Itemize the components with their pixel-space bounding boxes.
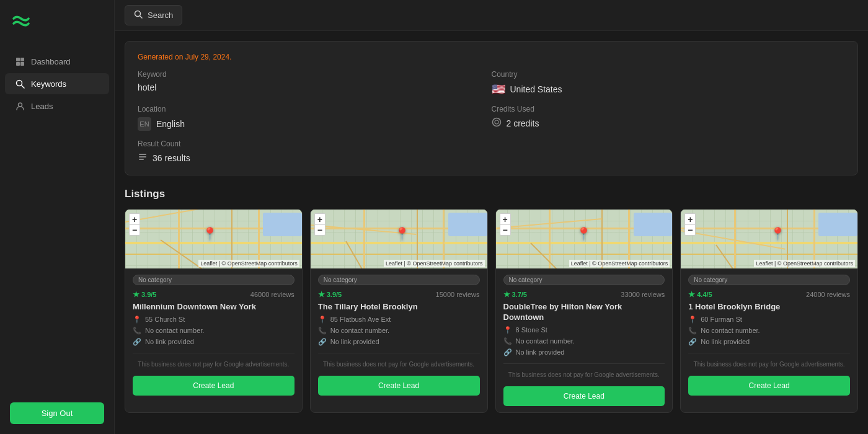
create-lead-button-2[interactable]: Create Lead: [318, 376, 480, 396]
location-label: Location: [138, 105, 492, 113]
generated-label: Generated on July 29, 2024.: [138, 53, 845, 61]
card-ad-notice-2: This business does not pay for Google ad…: [318, 360, 480, 369]
svg-rect-12: [139, 156, 146, 157]
svg-rect-2: [16, 62, 20, 66]
card-body-1: No category ★ 3.9/5 46000 reviews Millen…: [125, 268, 302, 412]
country-label: Country: [492, 70, 846, 79]
card-name-4: 1 Hotel Brooklyn Bridge: [688, 302, 850, 312]
result-count-value: 36 results: [138, 152, 492, 164]
sign-out-button[interactable]: Sign Out: [10, 402, 104, 424]
card-address-4: 📍 60 Furman St: [688, 316, 850, 324]
card-divider-1: [133, 353, 294, 353]
reviews-count-2: 15000 reviews: [436, 291, 480, 298]
search-button[interactable]: Search: [125, 5, 182, 25]
country-field: Country 🇺🇸 United States: [492, 70, 846, 96]
map-zoom-out-1[interactable]: −: [129, 224, 140, 236]
address-icon-3: 📍: [503, 326, 512, 334]
credits-label: Credits Used: [492, 105, 846, 113]
card-ad-notice-3: This business does not pay for Google ad…: [503, 371, 665, 379]
map-area-2: 📍 + − Leaflet | © OpenStreetMap contribu…: [311, 210, 487, 268]
keyword-label: Keyword: [138, 70, 492, 79]
card-name-2: The Tillary Hotel Brooklyn: [318, 302, 480, 312]
create-lead-button-3[interactable]: Create Lead: [503, 386, 665, 406]
svg-rect-13: [139, 159, 144, 160]
card-rating-1: ★ 3.9/5 46000 reviews: [133, 290, 294, 299]
card-divider-4: [688, 353, 850, 353]
phone-icon-3: 📞: [503, 337, 512, 345]
reviews-count-4: 24000 reviews: [806, 291, 850, 298]
rating-value-3: 3.7/5: [512, 291, 527, 298]
card-badge-3: No category: [503, 275, 665, 285]
keyword-value: hotel: [138, 82, 492, 92]
star-icon-2: ★: [318, 290, 325, 299]
results-icon: [138, 152, 148, 164]
svg-point-9: [492, 118, 500, 126]
country-value: 🇺🇸 United States: [492, 82, 846, 96]
star-icon-1: ★: [133, 290, 140, 299]
reviews-count-3: 33000 reviews: [621, 291, 665, 298]
map-zoom-1: + −: [129, 213, 140, 236]
link-icon-2: 🔗: [318, 338, 327, 346]
listing-card-1: 📍 + − Leaflet | © OpenStreetMap contribu…: [125, 209, 303, 413]
svg-point-6: [18, 103, 22, 107]
location-field: Location EN English: [138, 105, 492, 131]
logo-area: [0, 0, 114, 45]
phone-icon-2: 📞: [318, 327, 327, 335]
star-icon-3: ★: [503, 290, 510, 299]
card-link-4: 🔗 No link provided: [688, 338, 850, 346]
map-attribution-3: Leaflet | © OpenStreetMap contributors: [569, 260, 670, 267]
card-phone-3: 📞 No contact number.: [503, 337, 665, 345]
keywords-icon: [15, 79, 25, 89]
keyword-field: Keyword hotel: [138, 70, 492, 96]
rating-value-2: 3.9/5: [327, 291, 342, 298]
listings-grid: 📍 + − Leaflet | © OpenStreetMap contribu…: [125, 209, 858, 413]
card-address-1: 📍 55 Church St: [133, 316, 294, 324]
map-zoom-4: + −: [684, 213, 696, 236]
address-icon-4: 📍: [688, 316, 697, 324]
card-name-1: Millennium Downtown New York: [133, 302, 294, 312]
content-area: Generated on July 29, 2024. Keyword hote…: [115, 31, 868, 434]
address-icon-2: 📍: [318, 316, 327, 324]
link-icon-4: 🔗: [688, 338, 697, 346]
create-lead-button-4[interactable]: Create Lead: [688, 376, 850, 396]
phone-icon-1: 📞: [133, 327, 141, 335]
address-icon-1: 📍: [133, 316, 141, 324]
map-pin-4: 📍: [770, 226, 786, 241]
map-area-1: 📍 + − Leaflet | © OpenStreetMap contribu…: [125, 210, 302, 268]
sidebar-item-label-leads: Leads: [31, 102, 53, 111]
main-content: Search Generated on July 29, 2024. Keywo…: [115, 0, 868, 434]
map-zoom-out-3[interactable]: −: [500, 224, 511, 236]
card-phone-1: 📞 No contact number.: [133, 327, 294, 335]
svg-point-10: [495, 120, 498, 124]
sidebar-item-leads[interactable]: Leads: [5, 95, 109, 117]
svg-rect-0: [16, 58, 20, 61]
reviews-count-1: 46000 reviews: [250, 291, 294, 298]
link-icon-3: 🔗: [503, 348, 512, 356]
card-body-2: No category ★ 3.9/5 15000 reviews The Ti…: [311, 268, 487, 412]
card-rating-2: ★ 3.9/5 15000 reviews: [318, 290, 480, 299]
credits-value: 2 credits: [492, 117, 846, 129]
dashboard-icon: [15, 56, 25, 66]
map-zoom-in-2[interactable]: +: [314, 213, 326, 224]
location-icon: EN: [138, 117, 151, 131]
card-link-2: 🔗 No link provided: [318, 338, 480, 346]
card-divider-3: [503, 363, 665, 364]
map-zoom-in-3[interactable]: +: [500, 213, 511, 224]
sidebar-item-dashboard[interactable]: Dashboard: [5, 51, 109, 72]
map-zoom-out-2[interactable]: −: [314, 224, 326, 236]
sidebar-item-label-keywords: Keywords: [31, 79, 66, 89]
info-panel: Generated on July 29, 2024. Keyword hote…: [125, 41, 858, 175]
card-body-4: No category ★ 4.4/5 24000 reviews 1 Hote…: [681, 268, 857, 412]
card-rating-3: ★ 3.7/5 33000 reviews: [503, 290, 665, 299]
card-body-3: No category ★ 3.7/5 33000 reviews Double…: [496, 268, 673, 412]
map-zoom-in-1[interactable]: +: [129, 213, 140, 224]
sidebar-item-keywords[interactable]: Keywords: [5, 73, 109, 94]
listing-card-4: 📍 + − Leaflet | © OpenStreetMap contribu…: [680, 209, 858, 413]
rating-value-1: 3.9/5: [141, 291, 156, 298]
create-lead-button-1[interactable]: Create Lead: [133, 376, 294, 396]
flag-icon: 🇺🇸: [492, 82, 505, 96]
map-zoom-in-4[interactable]: +: [684, 213, 696, 224]
listing-card-2: 📍 + − Leaflet | © OpenStreetMap contribu…: [310, 209, 488, 413]
svg-rect-11: [139, 154, 146, 155]
map-zoom-out-4[interactable]: −: [684, 224, 696, 236]
